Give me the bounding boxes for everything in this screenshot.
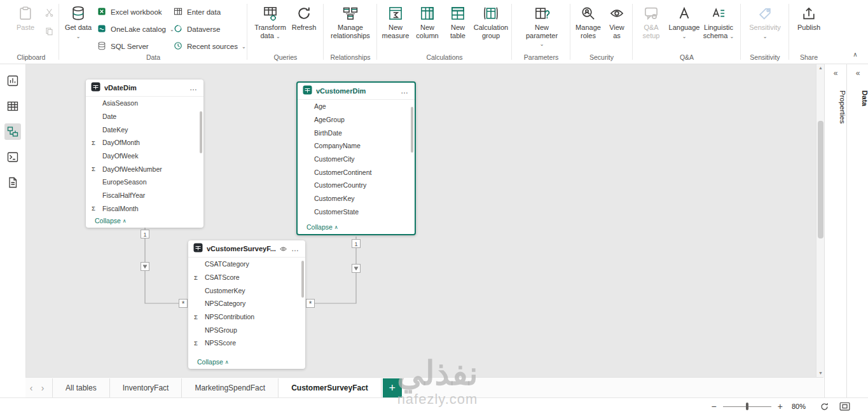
field-row[interactable]: ΣNPSScore [188, 336, 305, 350]
data-pane-label[interactable]: Data [847, 90, 868, 106]
reset-zoom-button[interactable] [820, 402, 829, 411]
tmdl-view-button[interactable] [4, 174, 21, 191]
zoom-slider-handle[interactable] [746, 403, 748, 410]
language-button[interactable]: Language ⌄ [669, 3, 699, 41]
sensitivity-button[interactable]: Sensitivity ⌄ [747, 3, 783, 41]
refresh-button[interactable]: Refresh [290, 3, 318, 32]
field-row[interactable]: NPSCategory [188, 297, 305, 310]
clock-icon [173, 41, 183, 52]
collapse-ribbon-button[interactable]: ∧ [848, 48, 862, 60]
paste-button[interactable]: Paste [11, 3, 39, 32]
field-row[interactable]: NPSGroup [188, 323, 305, 336]
excel-workbook-button[interactable]: Excel workbook [97, 6, 162, 18]
field-row[interactable]: BirthDate [298, 126, 415, 139]
new-table-button[interactable]: New table [444, 3, 472, 39]
more-options-button[interactable]: … [399, 86, 410, 95]
table-header[interactable]: vCustomerDim … [298, 83, 415, 100]
field-row[interactable]: AsiaSeason [86, 97, 203, 110]
field-list: Age AgeGroup BirthDate CompanyName Custo… [298, 100, 415, 218]
collapse-table-link[interactable]: Collapse∧ [307, 223, 338, 231]
new-column-button[interactable]: New column [412, 3, 443, 39]
new-measure-button[interactable]: New measure [380, 3, 411, 39]
layout-tab-marketingspendfact[interactable]: MarketingSpendFact [182, 378, 279, 398]
zoom-slider[interactable] [723, 406, 771, 407]
field-row[interactable]: DayOfWeek [86, 149, 203, 163]
sql-server-button[interactable]: SQL Server [97, 40, 149, 53]
table-card-vcustomerdim[interactable]: vCustomerDim … Age AgeGroup BirthDate Co… [296, 81, 416, 235]
field-row[interactable]: DateKey [86, 123, 203, 136]
field-row[interactable]: CustomerContinent [298, 165, 415, 179]
more-options-button[interactable]: … [290, 244, 300, 253]
add-layout-button[interactable]: + [383, 378, 402, 397]
field-row[interactable]: ΣDayOfWeekNumber [86, 162, 203, 176]
report-view-button[interactable] [4, 72, 21, 89]
field-row[interactable]: ΣDayOfMonth [86, 136, 203, 149]
table-header[interactable]: vDateDim … [86, 79, 203, 97]
field-row[interactable]: CustomerCity [298, 153, 415, 166]
expand-pane-button[interactable]: « [847, 69, 868, 78]
field-row[interactable]: Date [86, 110, 203, 123]
field-row[interactable]: ΣNPSContribution [188, 310, 305, 324]
manage-roles-button[interactable]: Manage roles [574, 3, 603, 39]
field-row[interactable]: EuropeSeason [86, 176, 203, 189]
table-view-button[interactable] [4, 98, 21, 114]
layout-tab-customersurveyfact[interactable]: CustomerSurveyFact [279, 378, 382, 398]
new-parameter-button[interactable]: New parameter ⌄ [524, 3, 560, 49]
layout-tab-all-tables[interactable]: All tables [52, 378, 110, 398]
field-list: CSATCategory ΣCSATScore CustomerKey NPSC… [188, 258, 305, 350]
card-scrollbar[interactable] [200, 111, 202, 153]
field-row[interactable]: CSATCategory [188, 258, 305, 271]
more-options-button[interactable]: … [188, 83, 198, 92]
field-row[interactable]: CustomerState [298, 205, 415, 219]
canvas-vertical-scrollbar[interactable]: ▲ ▼ [816, 64, 825, 377]
zoom-in-button[interactable]: + [775, 401, 785, 411]
database-icon [70, 3, 86, 24]
calculation-group-button[interactable]: Calculation group [474, 3, 507, 39]
enter-data-button[interactable]: Enter data [173, 6, 221, 18]
table-header[interactable]: vCustomerSurveyF... … [188, 240, 305, 258]
linguistic-schema-button[interactable]: Linguistic schema ⌄ [701, 3, 736, 41]
properties-pane-label[interactable]: Properties [825, 90, 846, 123]
eye-icon[interactable] [279, 245, 287, 253]
card-scrollbar[interactable] [301, 261, 304, 298]
sigma-icon: Σ [194, 340, 198, 347]
qa-setup-button[interactable]: Q&A setup [636, 3, 666, 39]
collapse-table-link[interactable]: Collapse∧ [95, 217, 127, 224]
manage-relationships-icon [342, 3, 359, 24]
field-row[interactable]: CustomerKey [188, 284, 305, 297]
get-data-button[interactable]: Get data ⌄ [64, 3, 93, 41]
table-card-vdatedim[interactable]: vDateDim … AsiaSeason Date DateKey ΣDayO… [86, 79, 203, 228]
ribbon-group-label: Security [572, 53, 631, 61]
copy-button[interactable] [45, 25, 54, 38]
card-scrollbar[interactable] [411, 107, 413, 153]
table-card-vcustomersurveyfact[interactable]: vCustomerSurveyF... … CSATCategory ΣCSAT… [188, 240, 305, 369]
cut-button[interactable] [45, 6, 54, 19]
scrollbar-thumb[interactable] [818, 121, 823, 238]
field-row[interactable]: CustomerCountry [298, 179, 415, 192]
tabs-previous-button[interactable]: ‹ [25, 383, 37, 393]
expand-pane-button[interactable]: « [825, 69, 846, 78]
dataverse-button[interactable]: Dataverse [173, 23, 220, 36]
collapse-table-link[interactable]: Collapse∧ [197, 358, 229, 366]
field-row[interactable]: AgeGroup [298, 113, 415, 127]
ribbon-group-share: Publish Share [791, 0, 827, 64]
language-icon [676, 3, 692, 24]
transform-data-button[interactable]: Transform data ⌄ [253, 3, 287, 41]
fit-to-screen-button[interactable] [839, 402, 850, 411]
dax-query-view-button[interactable] [4, 149, 21, 165]
layout-tab-inventoryfact[interactable]: InventoryFact [110, 378, 183, 398]
field-row[interactable]: CustomerKey [298, 192, 415, 205]
onelake-catalog-button[interactable]: OneLake catalog ⌄ [97, 23, 174, 36]
recent-sources-button[interactable]: Recent sources ⌄ [173, 40, 246, 53]
tabs-next-button[interactable]: › [37, 383, 48, 393]
field-row[interactable]: FiscalHalfYear [86, 189, 203, 202]
publish-button[interactable]: Publish [794, 3, 824, 32]
view-as-button[interactable]: View as [605, 3, 628, 39]
zoom-out-button[interactable]: − [709, 401, 719, 411]
model-view-button[interactable] [4, 123, 21, 140]
field-row[interactable]: ΣFiscalMonth [86, 202, 203, 216]
manage-relationships-button[interactable]: Manage relationships [329, 3, 371, 39]
field-row[interactable]: CompanyName [298, 139, 415, 153]
field-row[interactable]: ΣCSATScore [188, 271, 305, 284]
field-row[interactable]: Age [298, 100, 415, 113]
